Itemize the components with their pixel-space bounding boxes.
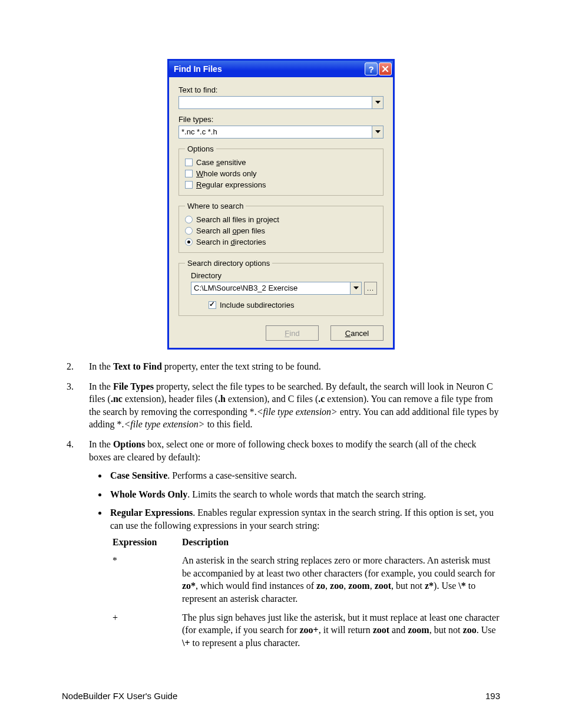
file-types-label: File types: (178, 115, 384, 124)
expr-plus-desc: The plus sign behaves just like the aste… (182, 611, 500, 650)
step-3: In the File Types property, select the f… (89, 380, 500, 431)
whole-words-checkbox[interactable] (185, 170, 193, 177)
dialog-title: Find In Files (174, 64, 363, 74)
options-bullets: Case Sensitive. Performs a case-sensitiv… (89, 469, 500, 649)
find-button[interactable]: Find (266, 325, 319, 341)
chevron-down-icon[interactable] (351, 282, 362, 295)
text-to-find-label: Text to find: (178, 85, 384, 94)
chevron-down-icon[interactable] (372, 126, 384, 139)
page-footer: NodeBuilder FX User's Guide 193 (62, 691, 500, 701)
directory-group: Search directory options Directory C:\LM… (178, 259, 384, 316)
directory-input[interactable]: C:\LM\Source\NB3_2 Exercise (191, 282, 362, 295)
options-legend: Options (185, 144, 216, 153)
find-in-files-dialog: Find In Files ? Text to find: File types… (167, 59, 395, 350)
expr-asterisk: * (113, 554, 177, 605)
case-sensitive-checkbox[interactable] (185, 159, 193, 166)
steps-list: 2. In the Text to Find property, enter t… (62, 360, 500, 655)
directory-legend: Search directory options (185, 259, 272, 268)
regex-checkbox[interactable] (185, 181, 193, 189)
browse-button[interactable]: ... (364, 282, 377, 295)
footer-page-number: 193 (485, 691, 500, 701)
close-icon[interactable] (379, 62, 392, 75)
search-open-radio[interactable] (185, 227, 193, 235)
bullet-whole-words: Whole Words Only. Limits the search to w… (108, 488, 500, 501)
step-2: In the Text to Find property, enter the … (89, 360, 500, 373)
search-dirs-radio[interactable] (185, 238, 193, 246)
expr-plus: + (113, 611, 177, 650)
file-types-input[interactable]: *.nc *.c *.h (178, 126, 384, 139)
include-subdirs-checkbox[interactable] (209, 301, 216, 309)
titlebar: Find In Files ? (169, 61, 393, 77)
options-group: Options Case sensitive Whole words only … (178, 144, 384, 196)
expr-asterisk-desc: An asterisk in the search string replace… (182, 554, 500, 605)
directory-label: Directory (191, 271, 377, 280)
step-4: In the Options box, select one or more o… (89, 438, 500, 655)
footer-left: NodeBuilder FX User's Guide (62, 691, 177, 701)
where-legend: Where to search (185, 202, 246, 210)
cancel-button[interactable]: Cancel (330, 325, 384, 341)
expression-table: Expression Description * An asterisk in … (113, 536, 500, 650)
col-description: Description (182, 536, 500, 549)
search-project-radio[interactable] (185, 216, 193, 223)
bullet-regex: Regular Expressions. Enables regular exp… (108, 506, 500, 649)
bullet-case-sensitive: Case Sensitive. Performs a case-sensitiv… (108, 469, 500, 482)
text-to-find-input[interactable] (178, 96, 384, 109)
chevron-down-icon[interactable] (372, 96, 384, 109)
help-icon[interactable]: ? (365, 62, 378, 75)
where-group: Where to search Search all files in proj… (178, 202, 384, 253)
col-expression: Expression (113, 536, 177, 549)
